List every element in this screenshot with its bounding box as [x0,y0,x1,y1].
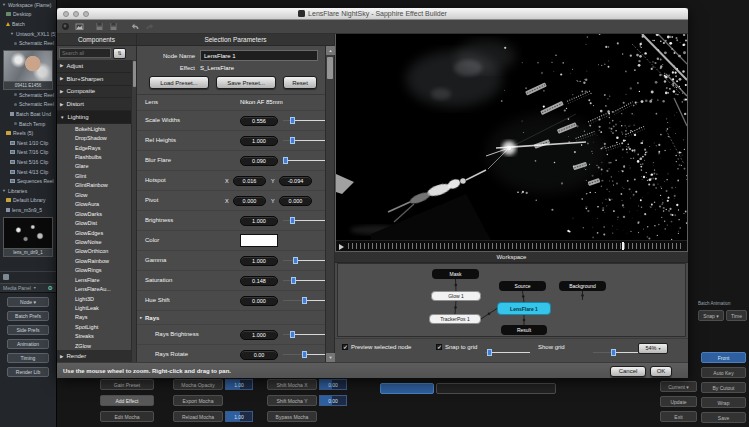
media-button-render-lib[interactable]: Render Lib [7,367,49,377]
component-category-lighting[interactable]: ▼Lighting [57,111,136,124]
cancel-button[interactable]: Cancel [610,366,646,377]
tree-item-schematic-reel[interactable]: Schematic Reel [0,90,56,100]
node-tracker[interactable]: TrackerPos 1 [429,314,481,324]
component-item-lensflareau[interactable]: LensFlareAu... [57,284,136,293]
window-titlebar[interactable]: LensFlare NightSky - Sapphire Effect Bui… [57,8,688,20]
media-button-node[interactable]: Node ▾ [7,297,49,307]
tree-item-untwork-xxl1-5-[interactable]: ▼Untwork_XXL1 (5) [0,29,56,39]
host-button-gain-preset[interactable]: Gain Preset [100,379,154,390]
tree-item-workspace-flame-[interactable]: ▼Workspace (Flame) [0,0,56,10]
component-item-glowaura[interactable]: GlowAura [57,199,136,208]
host-button-[interactable] [436,383,556,394]
media-button-timing[interactable]: Timing [7,353,49,363]
component-category-adjust[interactable]: ▶Adjust [57,60,136,73]
tools-row[interactable] [0,271,56,283]
sort-button[interactable]: ⇅ [113,48,126,59]
zoom-level-dropdown[interactable]: 54%▾ [638,343,668,354]
slider[interactable] [283,276,325,285]
param-value-x[interactable]: 0.000 [233,196,266,206]
component-item-rays[interactable]: Rays [57,313,136,322]
save-as-icon[interactable] [109,22,118,31]
component-category-composite[interactable]: ▶Composite [57,86,136,99]
tree-item-batch-boat-und[interactable]: Batch Boat Und [0,109,56,119]
host-button-shift-mocha-y[interactable]: Shift Mocha Y [267,395,317,406]
save-icon[interactable] [95,22,104,31]
param-value[interactable]: 0.556 [240,116,278,126]
node-graph-canvas[interactable]: MaskGlow 1TrackerPos 1SourceLensFlare 1B… [337,263,686,337]
slider[interactable] [485,348,530,357]
component-item-glowdarks[interactable]: GlowDarks [57,209,136,218]
host-button-auto-key[interactable]: Auto Key [701,367,746,378]
preview-viewport[interactable] [335,34,688,252]
slider[interactable] [593,348,638,357]
component-item-glownoise[interactable]: GlowNoise [57,237,136,246]
param-value[interactable]: 0.148 [240,276,278,286]
param-value[interactable]: 1.000 [240,330,278,340]
node-lensflare[interactable]: LensFlare 1 [497,302,551,315]
param-value-x[interactable]: 0.016 [233,176,266,186]
component-item-glintrainbow[interactable]: GlintRainbow [57,181,136,190]
host-button-save[interactable]: Save [701,412,746,423]
host-value-field[interactable]: 1.00 [225,379,253,390]
component-item-zglow[interactable]: ZGlow [57,341,136,350]
search-input[interactable] [59,48,111,58]
parameters-scrollbar[interactable]: ▲ ▼ [325,46,334,362]
preview-selected-node-checkbox[interactable]: ✓ [342,344,348,350]
load-preset-button[interactable]: Load Preset... [149,76,209,89]
slider[interactable] [283,116,325,125]
save-preset-button[interactable]: Save Preset... [216,76,276,89]
param-value-y[interactable]: 0.000 [279,196,312,206]
param-value[interactable]: 0.00 [240,350,278,360]
component-item-dropshadow[interactable]: DropShadow [57,133,136,142]
slider[interactable] [283,330,325,339]
tree-item-nest-1-10-clip[interactable]: Nest 1/10 Clip [0,138,56,148]
tree-item-schematic-reel[interactable]: Schematic Reel [0,38,56,48]
tree-item-batch-temp[interactable]: Batch Temp [0,119,56,129]
tree-item-nest-4-13-clip[interactable]: Nest 4/13 Clip [0,167,56,177]
timeline[interactable] [336,240,687,251]
component-item-glint[interactable]: Glint [57,171,136,180]
tree-item-nest-5-16-clip[interactable]: Nest 5/16 Clip [0,157,56,167]
zoom-window-button[interactable] [83,11,89,17]
component-item-spotlight[interactable]: SpotLight [57,322,136,331]
component-item-glare[interactable]: Glare [57,162,136,171]
host-button-reload-mocha[interactable]: Reload Mocha [173,411,223,422]
open-icon[interactable] [75,22,84,31]
component-item-streaks[interactable]: Streaks [57,332,136,341]
scroll-up-arrow[interactable]: ▲ [326,46,335,55]
param-value[interactable]: 1.000 [240,216,278,226]
slider[interactable] [283,156,325,165]
node-background[interactable]: Background [559,281,606,291]
host-button-export-mocha[interactable]: Export Mocha [173,395,223,406]
component-item-glowdist[interactable]: GlowDist [57,218,136,227]
node-result[interactable]: Result [501,325,547,335]
component-item-glowrings[interactable]: GlowRings [57,266,136,275]
component-item-glowrainbow[interactable]: GlowRainbow [57,256,136,265]
host-value-field[interactable]: 0.00 [319,379,347,390]
component-item-flashbulbs[interactable]: Flashbulbs [57,152,136,161]
clip-thumbnail[interactable]: lens_m_dn9_1 [3,217,53,257]
host-button-add-effect[interactable]: Add Effect [100,395,154,406]
media-panel-header[interactable]: Media Panel▾⚙ [0,283,56,293]
media-button-side-prefs[interactable]: Side Prefs [7,325,49,335]
slider[interactable] [283,296,325,305]
host-button-exit[interactable]: Exit [660,411,697,422]
tree-item-default-library[interactable]: Default Library [0,196,56,206]
param-value[interactable]: 1.000 [240,136,278,146]
node-mask[interactable]: Mask [432,269,479,279]
media-button-batch-prefs[interactable]: Batch Prefs [7,311,49,321]
tree-item-libraries[interactable]: ▼Libraries [0,186,56,196]
param-value-y[interactable]: -0.094 [279,176,312,186]
host-button-wrap[interactable]: Wrap [701,397,746,408]
tree-item-batch[interactable]: Batch [0,19,56,29]
undo-icon[interactable] [131,22,140,31]
components-scrollbar[interactable] [131,60,136,362]
host-button-current-[interactable]: Current ▾ [660,381,697,392]
close-window-button[interactable] [63,11,69,17]
tree-item-sequences-reel[interactable]: Sequences Reel [0,176,56,186]
host-button-shift-mocha-x[interactable]: Shift Mocha X [267,379,317,390]
redo-icon[interactable] [145,22,154,31]
playhead-marker[interactable] [622,242,624,250]
host-button-[interactable] [380,383,434,394]
component-item-light3d[interactable]: Light3D [57,294,136,303]
